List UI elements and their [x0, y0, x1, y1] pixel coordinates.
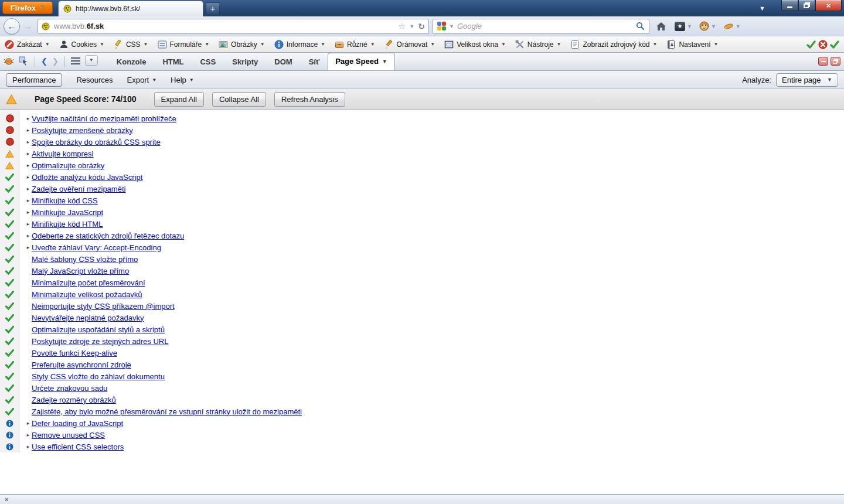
firebug-detach-button[interactable] [831, 57, 840, 66]
rule-link[interactable]: Defer loading of JavaScript [32, 419, 123, 428]
expand-arrow-icon[interactable]: ▸ [25, 209, 32, 215]
search-magnifier-icon[interactable] [636, 22, 645, 30]
expand-arrow-icon[interactable]: ▸ [25, 127, 32, 133]
bookmark-star-icon[interactable]: ☆ [398, 21, 406, 32]
webdev-item-css[interactable]: CSS▼ [114, 40, 148, 49]
url-dropdown-icon[interactable]: ▼ [409, 23, 414, 29]
rule-link[interactable]: Minimalizujte počet přesměrování [32, 278, 145, 287]
rule-link[interactable]: Remove unused CSS [32, 431, 105, 440]
search-engine-dropdown-icon[interactable]: ▼ [449, 23, 454, 29]
browser-tab[interactable]: http://www.bvb.6f.sk/ [58, 1, 203, 16]
expand-arrow-icon[interactable]: ▸ [25, 139, 32, 145]
close-button[interactable]: × [815, 0, 842, 11]
rule-link[interactable]: Malé šablony CSS vložte přímo [32, 255, 138, 264]
webdev-item-formul-e[interactable]: Formuláře▼ [158, 40, 210, 49]
rule-link[interactable]: Minimalizujte velikost požadavků [32, 290, 142, 299]
expand-arrow-icon[interactable]: ▸ [25, 186, 32, 192]
firebug-tab-konzole[interactable]: Konzole [108, 54, 155, 70]
expand-arrow-icon[interactable]: ▸ [25, 115, 32, 121]
rule-link[interactable]: Uveďte záhlaví Vary: Accept-Encoding [32, 243, 161, 252]
expand-arrow-icon[interactable]: ▸ [25, 162, 32, 168]
expand-arrow-icon[interactable]: ▸ [25, 420, 32, 426]
pagespeed-menu-help[interactable]: Help▼ [171, 76, 194, 84]
rule-link[interactable]: Povolte funkci Keep-alive [32, 349, 117, 357]
rule-link[interactable]: Poskytujte zmenšené obrázky [32, 126, 133, 135]
css-valid-check-icon[interactable] [806, 40, 816, 49]
rule-link[interactable]: Malý JavaScript vložte přímo [32, 267, 129, 275]
rule-link[interactable]: Využijte načítání do mezipaměti prohlíže… [32, 114, 176, 123]
firebug-tab-page-speed[interactable]: Page Speed▼ [328, 53, 395, 70]
rule-link[interactable]: Poskytujte zdroje ze stejných adres URL [32, 337, 168, 346]
reload-icon[interactable]: ↻ [418, 22, 425, 31]
firebug-tab-css[interactable]: CSS [192, 54, 224, 70]
rule-link[interactable]: Zajistěte, aby bylo možné přesměrování z… [32, 407, 302, 416]
inspect-element-icon[interactable] [19, 56, 29, 66]
expand-arrow-icon[interactable]: ▸ [25, 197, 32, 203]
html-valid-check-icon[interactable] [830, 40, 839, 49]
expand-arrow-icon[interactable]: ▸ [25, 174, 32, 180]
firebug-menu-icon[interactable] [71, 57, 80, 64]
firebug-tab-html[interactable]: HTML [154, 54, 192, 70]
expand-arrow-icon[interactable]: ▸ [25, 444, 32, 449]
forward-button[interactable]: → [21, 21, 34, 32]
rule-link[interactable]: Zadejte ověření mezipaměti [32, 185, 125, 193]
back-button[interactable]: ← [4, 18, 20, 35]
refresh-analysis-button[interactable]: Refresh Analysis [274, 92, 345, 107]
firebug-menu-dropdown-button[interactable]: ▼ [85, 55, 98, 66]
addonbar-close-icon[interactable]: × [5, 496, 8, 503]
restore-button[interactable] [798, 0, 815, 11]
expand-all-button[interactable]: Expand All [154, 92, 204, 107]
rule-link[interactable]: Neimportujte styly CSS příkazem @import [32, 302, 175, 311]
webdev-item-cookies[interactable]: Cookies▼ [59, 40, 104, 49]
rule-link[interactable]: Optimalizujte obrázky [32, 161, 104, 170]
webdev-item-zobrazit-zdrojov-k-d[interactable]: Zobrazit zdrojový kód▼ [570, 40, 657, 49]
collapse-all-button[interactable]: Collapse All [212, 92, 266, 107]
addon-button[interactable]: ▼ [722, 19, 743, 34]
js-error-icon[interactable] [818, 40, 828, 49]
minimize-button[interactable] [781, 0, 798, 11]
firebug-minimize-button[interactable] [818, 57, 828, 66]
webdev-item-or-movat[interactable]: Orámovat▼ [384, 40, 435, 49]
webdev-item-zak-zat[interactable]: Zakázat▼ [5, 40, 50, 49]
webdev-item-n-stroje[interactable]: Nástroje▼ [515, 40, 561, 49]
pagespeed-menu-performance[interactable]: Performance [6, 73, 62, 87]
rule-link[interactable]: Minifikujte kód CSS [32, 196, 98, 205]
expand-arrow-icon[interactable]: ▸ [25, 432, 32, 438]
rule-link[interactable]: Minifikujte kód HTML [32, 220, 103, 229]
rule-link[interactable]: Optimalizujte uspořádání stylů a skriptů [32, 325, 165, 334]
rule-link[interactable]: Use efficient CSS selectors [32, 442, 124, 451]
pagespeed-menu-export[interactable]: Export▼ [127, 76, 157, 84]
rule-link[interactable]: Určete znakovou sadu [32, 384, 107, 393]
webdev-item-obr-zky[interactable]: Obrázky▼ [219, 40, 265, 49]
pagespeed-menu-resources[interactable]: Resources [76, 76, 113, 84]
rule-link[interactable]: Spojte obrázky do obrázků CSS sprite [32, 138, 161, 147]
url-bar[interactable]: www.bvb.6f.sk ☆ ▼ ↻ [38, 19, 429, 34]
home-button[interactable] [653, 19, 669, 34]
rule-link[interactable]: Preferujte asynchronní zdroje [32, 360, 131, 369]
analyze-scope-dropdown[interactable]: Entire page ▼ [776, 73, 838, 87]
rule-link[interactable]: Nevytvářejte neplatné požadavky [32, 314, 144, 322]
firefox-menu-button[interactable]: Firefox ▼ [2, 1, 53, 14]
expand-arrow-icon[interactable]: ▸ [25, 221, 32, 227]
firebug-tab-skripty[interactable]: Skripty [224, 54, 266, 70]
rule-link[interactable]: Minifikujte JavaScript [32, 208, 103, 217]
expand-arrow-icon[interactable]: ▸ [25, 233, 32, 239]
webdev-item-velikost-okna[interactable]: Velikost okna▼ [444, 40, 506, 49]
firebug-back-icon[interactable]: ❮ [41, 57, 47, 66]
greasemonkey-button[interactable]: ▼ [697, 19, 718, 34]
webdev-item-nastaven-[interactable]: ANastavení▼ [666, 40, 718, 49]
bookmarks-button[interactable]: ★ ▼ [673, 19, 694, 34]
expand-arrow-icon[interactable]: ▸ [25, 151, 32, 156]
rule-link[interactable]: Aktivujte kompresi [32, 149, 93, 158]
webdev-item-r-zn-[interactable]: Různé▼ [335, 40, 375, 49]
firebug-tab-dom[interactable]: DOM [266, 54, 300, 70]
search-box[interactable]: ▼ Google [433, 19, 649, 34]
webdev-item-informace[interactable]: Informace▼ [274, 40, 325, 49]
firebug-bug-icon[interactable] [4, 56, 14, 66]
rule-link[interactable]: Styly CSS vložte do záhlaví dokumentu [32, 372, 165, 381]
rule-link[interactable]: Odložte analýzu kódu JavaScript [32, 173, 142, 182]
rule-link[interactable]: Zadejte rozměry obrázků [32, 396, 116, 404]
list-all-tabs-icon[interactable]: ▼ [759, 5, 765, 12]
rule-link[interactable]: Odeberte ze statických zdrojů řetězec do… [32, 231, 184, 240]
new-tab-button[interactable]: + [206, 2, 220, 15]
